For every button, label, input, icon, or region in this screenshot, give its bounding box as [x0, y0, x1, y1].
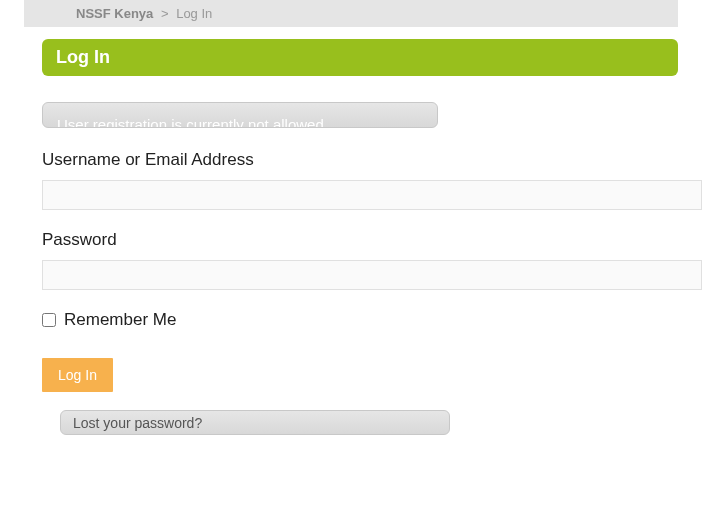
breadcrumb-current: Log In [176, 6, 212, 21]
username-input[interactable] [42, 180, 702, 210]
login-button[interactable]: Log In [42, 358, 113, 392]
remember-checkbox[interactable] [42, 313, 56, 327]
breadcrumb-site[interactable]: NSSF Kenya [76, 6, 153, 21]
registration-notice-text: User registration is currently not allow… [57, 116, 328, 128]
page-title: Log In [42, 39, 678, 76]
registration-notice: User registration is currently not allow… [42, 102, 438, 128]
lost-password-link[interactable]: Lost your password? [73, 415, 202, 431]
remember-label[interactable]: Remember Me [64, 310, 176, 330]
breadcrumb: NSSF Kenya > Log In [24, 0, 678, 27]
breadcrumb-separator: > [161, 6, 169, 21]
username-label: Username or Email Address [42, 150, 678, 170]
lost-password-box: Lost your password? [60, 410, 450, 435]
password-input[interactable] [42, 260, 702, 290]
password-label: Password [42, 230, 678, 250]
